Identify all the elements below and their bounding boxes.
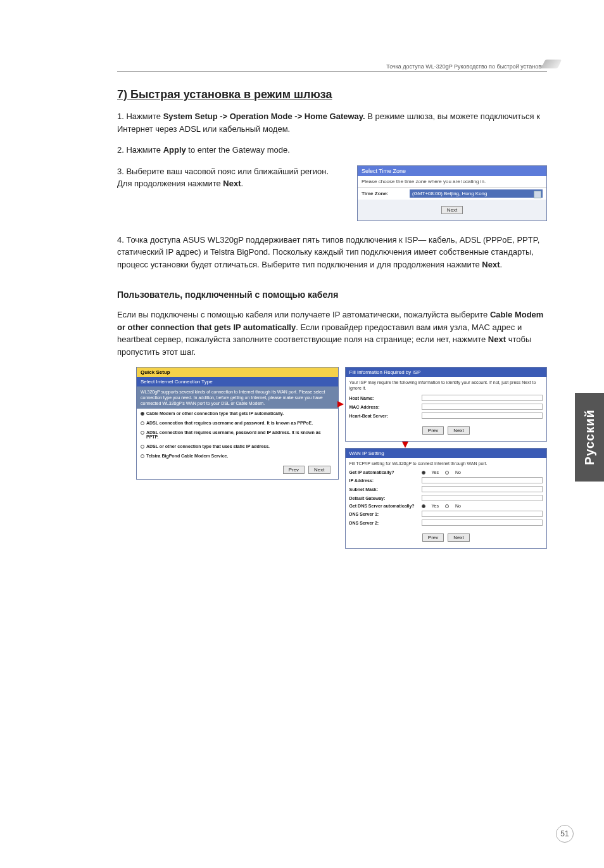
page-number: 51 [556,825,574,843]
step-4-pre: 4. Точка доступа ASUS WL320gP поддержива… [117,235,539,269]
language-tab: Русский [575,393,604,482]
radio-icon [445,504,449,508]
step-4-bold: Next [482,260,500,269]
step-3-post: . [241,179,244,188]
step-2-post: to enter the Gateway mode. [186,145,290,155]
wan-ip-input[interactable] [422,477,543,483]
quick-setup-opt-0[interactable]: Cable Modem or other connection type tha… [137,409,338,418]
wan-dns2-label: DNS Server 2: [349,521,419,525]
step-4-post: . [500,260,503,269]
quick-setup-opt-0-label: Cable Modem or other connection type tha… [146,411,284,416]
step-3-bold: Next [223,179,241,188]
quick-setup-opt-2[interactable]: ADSL connection that requires username, … [137,428,338,442]
step-1-bold: System Setup -> Operation Mode -> Home G… [163,112,365,121]
radio-icon [141,431,144,435]
quick-setup-opt-2-label: ADSL connection that requires username, … [146,430,334,439]
wan-mask-label: Subnet Mask: [349,487,419,492]
page-header-breadcrumb: Точка доступа WL-320gP Руководство по бы… [117,63,547,72]
timezone-panel-sub: Please choose the time zone where you ar… [358,176,546,188]
radio-yes-label: Yes [432,470,439,475]
timezone-select[interactable]: (GMT+08:00) Beijing, Hong Kong [410,189,543,198]
isp-hb-label: Heart-Beat Server: [349,414,419,418]
wan-getdns-radio[interactable]: Yes No [422,504,461,508]
radio-no-label: No [455,470,461,475]
isp-panel: Fill Information Required by ISP Your IS… [345,367,548,442]
quick-setup-opt-4-label: Telstra BigPond Cable Modem Service. [146,454,228,458]
step-1: 1. Нажмите System Setup -> Operation Mod… [117,110,547,135]
step-4: 4. Точка доступа ASUS WL320gP поддержива… [117,234,547,271]
step-2-bold: Apply [163,145,186,155]
wan-getip-label: Get IP automatically? [349,470,419,475]
step-2: 2. Нажмите Apply to enter the Gateway mo… [117,144,547,156]
isp-mac-input[interactable] [422,404,543,410]
timezone-panel: Select Time Zone Please choose the time … [357,165,547,221]
cable-paragraph: Если вы подключены с помощью кабеля или … [117,309,547,358]
radio-icon [445,471,449,475]
wan-next-button[interactable]: Next [448,533,469,542]
radio-icon [422,504,425,508]
isp-prev-button[interactable]: Prev [422,426,444,435]
section-title: 7) Быстрая установка в режим шлюза [117,88,547,101]
cable-p-bold2: Next [488,335,506,344]
step-2-pre: 2. Нажмите [117,145,163,155]
wan-mask-input[interactable] [422,486,543,492]
quick-setup-desc: WL320gP supports several kinds of connec… [137,386,338,409]
quick-setup-next-button[interactable]: Next [308,466,330,474]
radio-no-label: No [455,504,461,508]
wan-dns2-input[interactable] [422,520,543,526]
radio-icon [141,445,144,449]
timezone-label: Time Zone: [362,191,406,196]
wan-gw-input[interactable] [422,495,543,501]
cable-p-pre: Если вы подключены с помощью кабеля или … [117,310,490,319]
radio-yes-label: Yes [432,504,439,508]
wan-getdns-label: Get DNS Server automatically? [349,504,419,508]
radio-icon [141,454,144,458]
wan-panel-note: Fill TCP/IP setting for WL320gP to conne… [346,458,547,469]
wan-ip-label: IP Address: [349,478,419,483]
wan-panel: WAN IP Setting Fill TCP/IP setting for W… [345,448,548,549]
radio-icon [422,471,425,475]
quick-setup-bar: Quick Setup [137,367,338,377]
quick-setup-opt-3-label: ADSL or other connection type that uses … [146,444,270,449]
step-1-pre: 1. Нажмите [117,112,163,121]
timezone-next-button[interactable]: Next [441,206,463,214]
quick-setup-opt-1-label: ADSL connection that requires username a… [146,421,313,425]
timezone-panel-title: Select Time Zone [358,166,546,176]
arrow-down-icon [402,442,411,450]
isp-panel-note: Your ISP may require the following infor… [346,377,547,393]
quick-setup-panel: Quick Setup Select Internet Connection T… [136,367,339,480]
isp-next-button[interactable]: Next [448,426,469,435]
wan-dns1-input[interactable] [422,511,543,517]
quick-setup-opt-3[interactable]: ADSL or other connection type that uses … [137,442,338,451]
isp-mac-label: MAC Address: [349,405,419,409]
cable-subheading: Пользователь, подключенный с помощью каб… [117,290,547,300]
step-3: 3. Выберите ваш часовой пояс или ближайш… [117,165,344,190]
wan-getip-radio[interactable]: Yes No [422,470,461,475]
wan-prev-button[interactable]: Prev [422,533,444,542]
quick-setup-prev-button[interactable]: Prev [283,466,305,474]
wan-gw-label: Default Gateway: [349,496,419,501]
arrow-right-icon [337,401,346,410]
radio-icon [141,421,144,425]
quick-setup-opt-1[interactable]: ADSL connection that requires username a… [137,418,338,428]
quick-setup-subbar: Select Internet Connection Type [137,377,338,386]
wan-dns1-label: DNS Server 1: [349,512,419,516]
wan-panel-title: WAN IP Setting [346,449,547,458]
isp-panel-title: Fill Information Required by ISP [346,367,547,377]
isp-hb-input[interactable] [422,412,543,419]
radio-icon [141,412,144,416]
isp-host-label: Host Name: [349,396,419,400]
isp-host-input[interactable] [422,395,543,401]
quick-setup-opt-4[interactable]: Telstra BigPond Cable Modem Service. [137,451,338,461]
